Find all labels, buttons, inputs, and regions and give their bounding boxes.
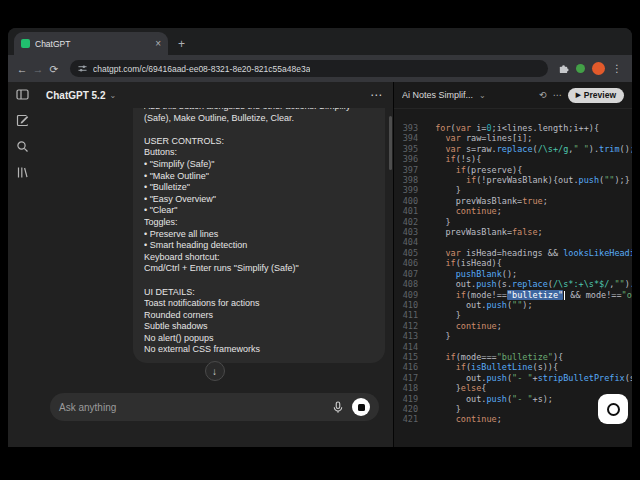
preview-label: Preview <box>584 90 616 100</box>
code-line[interactable]: 393 for(var i=0;i<lines.length;i++){ <box>394 123 632 133</box>
search-icon[interactable] <box>16 140 29 153</box>
screen-recorder-widget[interactable] <box>598 394 628 424</box>
code-line[interactable]: 412 continue; <box>394 321 632 331</box>
code-line[interactable]: 400 prevWasBlank=true; <box>394 196 632 206</box>
canvas-header: Ai Notes Simplif... ⌄ ⟲ ⋯ ▶ Preview <box>394 82 632 109</box>
code-line[interactable]: 409 if(mode!=="bulletize" && mode!=="ove… <box>394 290 632 300</box>
chat-line <box>144 124 374 136</box>
code-line[interactable]: 418 }else{ <box>394 383 632 393</box>
chat-message-lines: Add this button alongside the other acti… <box>144 108 374 356</box>
chat-line: • "Make Outline" <box>144 171 374 183</box>
chat-line: • "Simplify (Safe)" <box>144 159 374 171</box>
code-line[interactable]: 420 } <box>394 404 632 414</box>
browser-menu-icon[interactable]: ⋮ <box>612 63 622 74</box>
code-line[interactable]: 397 if(preserve){ <box>394 165 632 175</box>
chat-line: • Smart heading detection <box>144 240 374 252</box>
code-line[interactable]: 404 <box>394 237 632 247</box>
back-icon[interactable]: ← <box>14 63 30 75</box>
code-line[interactable]: 416 if(isBulletLine(s)){ <box>394 362 632 372</box>
tab-favicon-icon <box>21 39 30 48</box>
chat-line: Buttons: <box>144 147 374 159</box>
chat-line: Rounded corners <box>144 310 374 322</box>
code-line[interactable]: 411 } <box>394 310 632 320</box>
chat-scrollbar-thumb[interactable] <box>389 116 392 170</box>
code-line[interactable]: 394 var raw=lines[i]; <box>394 133 632 143</box>
code-line[interactable]: 421 continue; <box>394 414 632 424</box>
extension-green-icon[interactable] <box>576 64 585 73</box>
chat-messages: Add this button alongside the other acti… <box>36 108 393 387</box>
letterbox-top <box>0 0 640 28</box>
toolbar-right-cluster: ⋮ <box>558 62 622 75</box>
chat-line: Subtle shadows <box>144 321 374 333</box>
user-message-bubble: Add this button alongside the other acti… <box>133 108 385 363</box>
canvas-chevron-down-icon[interactable]: ⌄ <box>479 91 486 100</box>
code-line[interactable]: 413 } <box>394 331 632 341</box>
canvas-menu-icon[interactable]: ⋯ <box>553 90 562 100</box>
browser-tab-strip: ChatGPT × + <box>8 28 632 55</box>
code-line[interactable]: 396 if(!s){ <box>394 154 632 164</box>
code-line[interactable]: 407 pushBlank(); <box>394 269 632 279</box>
address-bar[interactable]: chatgpt.com/c/69416aad-ee08-8321-8e20-82… <box>70 60 548 77</box>
browser-window: ChatGPT × + ← → ⟳ chatgpt.com/c/69416aad… <box>8 28 632 447</box>
code-line[interactable]: 403 prevWasBlank=false; <box>394 227 632 237</box>
code-line[interactable]: 406 if(isHead){ <box>394 258 632 268</box>
sidebar-toggle-icon[interactable] <box>16 88 29 101</box>
site-settings-icon[interactable] <box>78 64 87 73</box>
profile-avatar[interactable] <box>592 62 605 75</box>
chat-line: Toast notifications for actions <box>144 298 374 310</box>
code-line[interactable]: 398 if(!prevWasBlank){out.push("");} <box>394 175 632 185</box>
chat-line: • "Clear" <box>144 205 374 217</box>
code-lines: 393 for(var i=0;i<lines.length;i++){394 … <box>394 123 632 425</box>
sidebar-rail <box>8 82 36 447</box>
stop-icon <box>358 404 365 411</box>
record-icon <box>607 403 620 416</box>
new-tab-button[interactable]: + <box>178 37 185 51</box>
chevron-down-icon: ⌄ <box>109 91 116 100</box>
canvas-title[interactable]: Ai Notes Simplif... <box>402 90 473 100</box>
forward-icon[interactable]: → <box>30 63 46 75</box>
chat-line: Add this button alongside the other acti… <box>144 108 374 113</box>
code-line[interactable]: 419 out.push("- "+s); <box>394 394 632 404</box>
model-name: ChatGPT 5.2 <box>46 90 105 101</box>
canvas-panel: Ai Notes Simplif... ⌄ ⟲ ⋯ ▶ Preview 393 … <box>393 82 632 447</box>
browser-tab[interactable]: ChatGPT × <box>14 32 168 55</box>
preview-button[interactable]: ▶ Preview <box>568 88 624 103</box>
mic-icon[interactable] <box>332 401 344 414</box>
code-line[interactable]: 414 <box>394 342 632 352</box>
chat-line: Toggles: <box>144 217 374 229</box>
library-icon[interactable] <box>16 166 29 179</box>
chat-line: • "Bulletize" <box>144 182 374 194</box>
browser-toolbar: ← → ⟳ chatgpt.com/c/69416aad-ee08-8321-8… <box>8 55 632 82</box>
code-line[interactable]: 395 var s=raw.replace(/\s+/g," ").trim()… <box>394 144 632 154</box>
chat-line: Cmd/Ctrl + Enter runs "Simplify (Safe)" <box>144 263 374 275</box>
message-composer[interactable]: Ask anything <box>50 393 379 421</box>
code-editor[interactable]: 393 for(var i=0;i<lines.length;i++){394 … <box>394 109 632 447</box>
scroll-down-icon: ↓ <box>212 366 217 377</box>
reload-icon[interactable]: ⟳ <box>46 63 62 75</box>
code-line[interactable]: 405 var isHead=headings && looksLikeHead… <box>394 248 632 258</box>
model-switcher[interactable]: ChatGPT 5.2 ⌄ <box>46 90 116 101</box>
chat-line <box>144 275 374 287</box>
code-line[interactable]: 410 out.push(""); <box>394 300 632 310</box>
chat-line: UI DETAILS: <box>144 287 374 299</box>
tab-close-icon[interactable]: × <box>155 39 161 49</box>
chatgpt-app: ChatGPT 5.2 ⌄ ⋯ Add this button alongsid… <box>8 82 632 447</box>
code-line[interactable]: 401 continue; <box>394 206 632 216</box>
url-text: chatgpt.com/c/69416aad-ee08-8321-8e20-82… <box>93 64 310 74</box>
code-line[interactable]: 417 out.push("- "+stripBulletPrefix(s).t… <box>394 373 632 383</box>
chat-line: No external CSS frameworks <box>144 344 374 356</box>
chat-line: USER CONTROLS: <box>144 136 374 148</box>
chat-column: ChatGPT 5.2 ⌄ ⋯ Add this button alongsid… <box>36 82 393 447</box>
stop-generating-button[interactable] <box>352 398 370 416</box>
extensions-puzzle-icon[interactable] <box>558 63 569 74</box>
play-icon: ▶ <box>576 91 581 99</box>
chat-line: • Preserve all lines <box>144 229 374 241</box>
new-chat-icon[interactable] <box>16 114 29 127</box>
version-history-icon[interactable]: ⟲ <box>539 90 547 100</box>
conversation-menu-icon[interactable]: ⋯ <box>370 88 383 102</box>
code-line[interactable]: 408 out.push(s.replace(/\s*:+\s*$/,"").t… <box>394 279 632 289</box>
code-line[interactable]: 415 if(mode==="bulletize"){ <box>394 352 632 362</box>
scroll-to-bottom-button[interactable]: ↓ <box>205 361 225 381</box>
code-line[interactable]: 402 } <box>394 217 632 227</box>
code-line[interactable]: 399 } <box>394 185 632 195</box>
